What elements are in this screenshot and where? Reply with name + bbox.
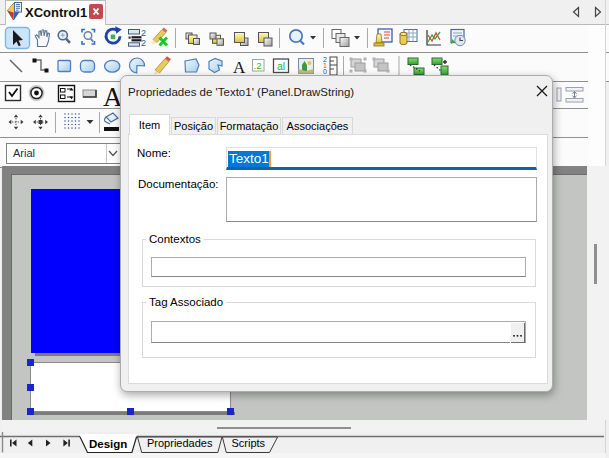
svg-text:A: A — [233, 58, 246, 77]
svg-text:Design: Design — [89, 438, 127, 450]
svg-text:2: 2 — [141, 28, 146, 38]
svg-text:Propriedades: Propriedades — [147, 437, 213, 449]
svg-text:.2: .2 — [254, 60, 262, 71]
svg-text:al: al — [277, 60, 285, 72]
svg-text:Scripts: Scripts — [232, 437, 266, 449]
svg-text:0: 0 — [323, 68, 327, 75]
svg-text:2: 2 — [141, 38, 146, 48]
